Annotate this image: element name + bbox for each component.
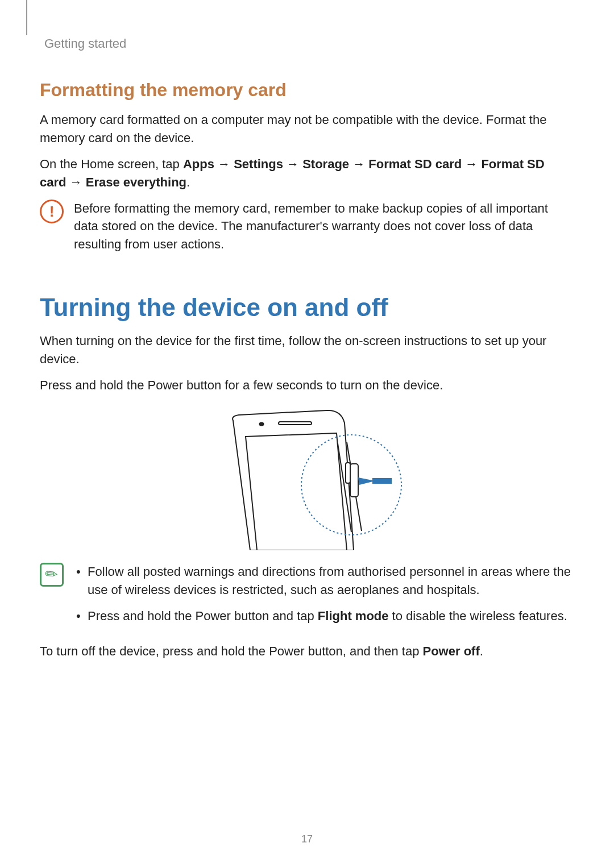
caution-text: Before formatting the memory card, remem…: [74, 200, 574, 254]
page-number: 17: [0, 833, 614, 845]
note-icon: ✎: [40, 563, 64, 633]
path-format-sd-1: Format SD card: [368, 157, 462, 171]
note-bullet-1: Follow all posted warnings and direction…: [74, 563, 574, 599]
turn-off-post: .: [480, 644, 483, 658]
formatting-path-paragraph: On the Home screen, tap Apps → Settings …: [40, 155, 574, 192]
caution-circle-icon: !: [40, 200, 64, 223]
section-breadcrumb: Getting started: [40, 36, 574, 51]
phone-power-illustration-svg: [205, 408, 409, 550]
path-apps: Apps: [183, 157, 214, 171]
path-arrow: →: [214, 157, 234, 171]
feather-icon: ✎: [42, 564, 63, 585]
turn-off-pre: To turn off the device, press and hold t…: [40, 644, 423, 658]
path-prefix: On the Home screen, tap: [40, 157, 183, 171]
note-box-icon: ✎: [40, 563, 64, 587]
path-arrow: →: [66, 175, 85, 189]
heading-formatting-memory-card: Formatting the memory card: [40, 80, 574, 101]
header-tab-marker: [26, 0, 27, 35]
heading-turning-device-on-off: Turning the device on and off: [40, 293, 574, 322]
path-arrow: →: [462, 157, 481, 171]
path-storage: Storage: [302, 157, 349, 171]
formatting-intro-paragraph: A memory card formatted on a computer ma…: [40, 111, 574, 147]
note-bullet-list: Follow all posted warnings and direction…: [74, 563, 574, 625]
path-erase-everything: Erase everything: [86, 175, 186, 189]
note-bullet-2: Press and hold the Power button and tap …: [74, 607, 574, 625]
path-period: .: [186, 175, 190, 189]
note-callout: ✎ Follow all posted warnings and directi…: [40, 563, 574, 633]
power-off-label: Power off: [423, 644, 480, 658]
press-hold-paragraph: Press and hold the Power button for a fe…: [40, 376, 574, 394]
svg-rect-2: [346, 463, 350, 483]
note-body: Follow all posted warnings and direction…: [74, 563, 574, 633]
path-settings: Settings: [234, 157, 283, 171]
path-arrow: →: [349, 157, 368, 171]
caution-icon: !: [40, 200, 64, 254]
power-button-illustration: [40, 408, 574, 550]
note-bullet-2-post: to disable the wireless features.: [389, 609, 567, 623]
caution-callout: ! Before formatting the memory card, rem…: [40, 200, 574, 254]
flight-mode-label: Flight mode: [318, 609, 389, 623]
exclamation-icon: !: [49, 204, 55, 219]
turning-on-intro-paragraph: When turning on the device for the first…: [40, 332, 574, 368]
turn-off-paragraph: To turn off the device, press and hold t…: [40, 642, 574, 661]
note-bullet-2-pre: Press and hold the Power button and tap: [88, 609, 318, 623]
page-content: Getting started Formatting the memory ca…: [0, 0, 614, 660]
svg-point-0: [260, 422, 264, 425]
svg-rect-8: [372, 478, 392, 484]
svg-rect-6: [350, 464, 358, 497]
path-arrow: →: [283, 157, 302, 171]
